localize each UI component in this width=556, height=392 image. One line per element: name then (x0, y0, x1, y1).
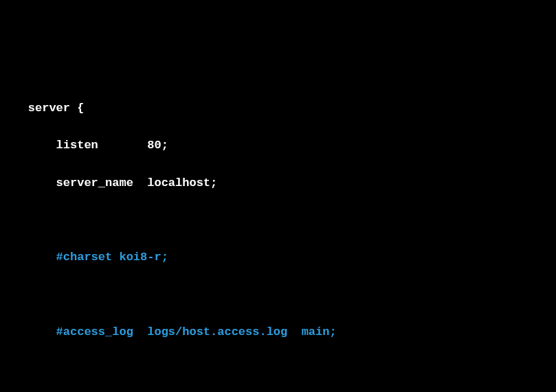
code-line (0, 211, 556, 229)
code-line (0, 286, 556, 304)
code-line: listen 80; (0, 136, 556, 154)
code-line: server_name localhost; (0, 174, 556, 192)
comment-line: #access_log logs/host.access.log main; (0, 323, 556, 341)
comment-line: #charset koi8-r; (0, 248, 556, 266)
code-line (0, 360, 556, 379)
editor-viewport[interactable]: server { listen 80; server_name localhos… (0, 80, 556, 392)
code-line: server { (0, 99, 556, 117)
